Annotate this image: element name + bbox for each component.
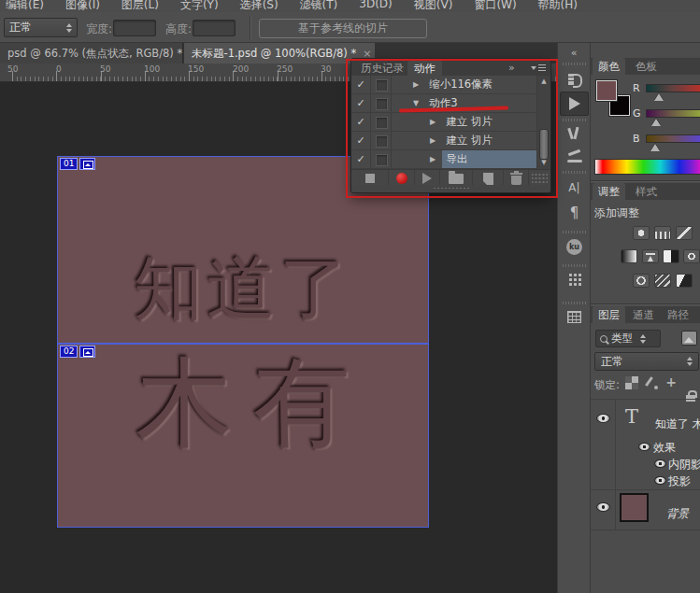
- menu-3d[interactable]: 3D(D): [359, 0, 392, 9]
- lock-pixels-icon[interactable]: [646, 376, 659, 389]
- kuler-panel-icon[interactable]: ku: [558, 236, 591, 257]
- effects-visibility-eye-icon[interactable]: [638, 443, 650, 451]
- tab-color[interactable]: 颜色: [593, 58, 625, 75]
- red-slider-label: R: [633, 82, 640, 94]
- blend-mode-select[interactable]: 正常: [594, 352, 699, 371]
- menu-help[interactable]: 帮助(H): [538, 0, 578, 9]
- dock-grip[interactable]: [563, 171, 586, 174]
- width-input[interactable]: [113, 20, 156, 36]
- layer-filter-select[interactable]: 类型: [595, 330, 661, 347]
- ruler-label: 0: [56, 64, 62, 74]
- canvas[interactable]: 01 02 知道了 木有: [57, 156, 429, 528]
- tab-swatches[interactable]: 色板: [630, 58, 663, 75]
- threshold-icon[interactable]: [676, 274, 693, 288]
- slice-number: 01: [60, 158, 78, 170]
- slice-image-icon: [79, 158, 95, 170]
- drop-shadow-label[interactable]: 投影: [668, 473, 691, 489]
- layers-panel-tabs: 图层 通道 路径: [591, 306, 700, 323]
- photo-filter-icon[interactable]: [683, 249, 700, 263]
- menu-edit[interactable]: 编辑(E): [6, 0, 44, 9]
- info-panel-icon[interactable]: [558, 306, 591, 327]
- menu-image[interactable]: 图像(I): [65, 0, 100, 9]
- tab-adjustments[interactable]: 调整: [593, 183, 625, 200]
- red-slider-handle[interactable]: [654, 93, 664, 101]
- blue-slider-handle[interactable]: [650, 144, 660, 151]
- green-slider-handle[interactable]: [651, 119, 661, 126]
- canvas-text-line2: 木有: [57, 339, 429, 470]
- lock-position-icon[interactable]: +: [664, 376, 678, 389]
- kuler-icon: ku: [566, 239, 582, 255]
- table-grid-icon: [567, 311, 581, 323]
- panel-dock: 颜色 色板 R G B 调整 样式 添加调整: [590, 43, 700, 593]
- color-balance-icon[interactable]: [642, 249, 659, 263]
- layer-visibility-eye-icon[interactable]: [596, 502, 610, 512]
- history-icon: [567, 73, 582, 86]
- ruler-label: 50: [7, 64, 18, 74]
- filter-by-image-icon[interactable]: [681, 331, 697, 346]
- tab-paths[interactable]: 路径: [662, 306, 694, 323]
- height-input[interactable]: [193, 20, 236, 36]
- drop-shadow-visibility-eye-icon[interactable]: [654, 476, 666, 485]
- slice-style-select[interactable]: 正常: [4, 18, 78, 37]
- red-slider-track[interactable]: [646, 84, 700, 92]
- inner-shadow-visibility-eye-icon[interactable]: [654, 459, 666, 468]
- history-panel-icon[interactable]: [558, 69, 591, 90]
- width-label: 宽度:: [86, 21, 112, 37]
- layer-visibility-eye-icon[interactable]: [596, 414, 610, 423]
- lock-all-icon[interactable]: [684, 389, 697, 402]
- slices-from-guides-button[interactable]: 基于参考线的切片: [259, 19, 427, 38]
- levels-icon[interactable]: [654, 226, 671, 240]
- text-layer-name[interactable]: 知道了 木: [655, 417, 700, 432]
- tab-styles[interactable]: 样式: [630, 183, 663, 200]
- updown-arrows-icon: [640, 334, 646, 344]
- slice-01-badge: 01: [60, 158, 95, 170]
- menu-layer[interactable]: 图层(L): [121, 0, 159, 9]
- document-tab-inactive[interactable]: psd @ 66.7% (焦点状态, RGB/8) * ×: [0, 43, 183, 64]
- black-white-icon[interactable]: [663, 249, 679, 263]
- ruler-label: 200: [233, 64, 249, 74]
- slice-style-value: 正常: [9, 20, 63, 35]
- background-layer-name[interactable]: 背景: [666, 506, 689, 522]
- dock-grip[interactable]: [563, 264, 586, 267]
- menu-select[interactable]: 选择(S): [240, 0, 279, 9]
- tab-layers[interactable]: 图层: [593, 306, 625, 323]
- lock-transparency-icon[interactable]: [625, 376, 638, 389]
- glyphs-panel-icon[interactable]: [558, 269, 591, 289]
- color-spectrum-ramp[interactable]: [594, 159, 700, 175]
- menu-filter[interactable]: 滤镜(T): [300, 0, 338, 9]
- tab-channels[interactable]: 通道: [627, 306, 660, 323]
- dock-grip[interactable]: [563, 119, 586, 121]
- effects-label[interactable]: 效果: [653, 440, 676, 456]
- layer-divider: [591, 529, 700, 530]
- foreground-color-swatch[interactable]: [596, 80, 617, 101]
- canvas-text-line1: 知道了: [57, 243, 429, 336]
- play-icon: [569, 97, 580, 110]
- menu-type[interactable]: 文字(Y): [180, 0, 219, 9]
- document-tab-title: 未标题-1.psd @ 100%(RGB/8) *: [192, 47, 356, 61]
- dock-grip[interactable]: [563, 231, 586, 233]
- red-annotation-rectangle: [346, 59, 558, 198]
- brightness-contrast-icon[interactable]: [633, 226, 650, 240]
- collapse-dock-icon[interactable]: «: [558, 47, 590, 59]
- brush-panel-icon[interactable]: [558, 147, 591, 167]
- exposure-icon[interactable]: [621, 249, 637, 263]
- character-panel-icon[interactable]: A|: [558, 177, 591, 198]
- menu-window[interactable]: 窗口(W): [474, 0, 516, 9]
- blue-slider-track[interactable]: [646, 134, 700, 143]
- menu-view[interactable]: 视图(V): [414, 0, 453, 9]
- green-slider-track[interactable]: [646, 109, 700, 118]
- dock-grip[interactable]: [563, 302, 586, 304]
- lock-label: 锁定:: [594, 378, 620, 392]
- curves-icon[interactable]: [676, 226, 693, 240]
- actions-panel-icon[interactable]: [560, 92, 589, 116]
- background-layer-thumbnail[interactable]: [620, 493, 649, 522]
- paragraph-panel-icon[interactable]: ¶: [558, 203, 591, 223]
- dock-grip[interactable]: [563, 63, 586, 65]
- brush-presets-panel-icon[interactable]: [558, 124, 591, 145]
- inner-shadow-label[interactable]: 内阴影: [668, 457, 700, 473]
- panel-divider: [591, 180, 700, 181]
- text-layer-thumbnail[interactable]: T: [625, 405, 638, 428]
- invert-icon[interactable]: [633, 274, 650, 288]
- updown-arrows-icon: [687, 357, 693, 366]
- posterize-icon[interactable]: [654, 274, 671, 288]
